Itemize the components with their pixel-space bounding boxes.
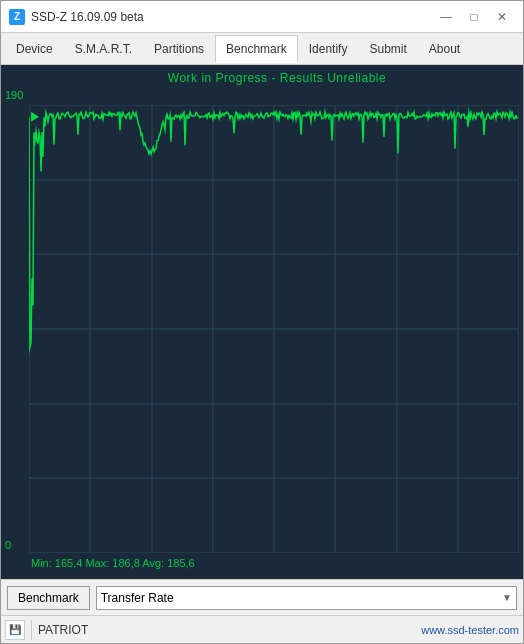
menu-item-identify[interactable]: Identify	[298, 35, 359, 63]
chart-area: Work in Progress - Results Unreliable 19…	[1, 65, 523, 579]
menu-item-partitions[interactable]: Partitions	[143, 35, 215, 63]
chart-content: Work in Progress - Results Unreliable 19…	[1, 65, 523, 579]
titlebar-controls: — □ ✕	[433, 7, 515, 27]
chart-container: 190 0 Min: 165,4 Max: 186,8 Avg: 185,6	[1, 87, 523, 573]
minimize-button[interactable]: —	[433, 7, 459, 27]
close-button[interactable]: ✕	[489, 7, 515, 27]
chart-header: Work in Progress - Results Unreliable	[1, 69, 523, 87]
main-window: Z SSD-Z 16.09.09 beta — □ ✕ Device S.M.A…	[0, 0, 524, 644]
menu-item-benchmark[interactable]: Benchmark	[215, 35, 298, 63]
titlebar: Z SSD-Z 16.09.09 beta — □ ✕	[1, 1, 523, 33]
dropdown-value: Transfer Rate	[101, 591, 174, 605]
statusbar-divider	[31, 620, 32, 640]
menu-item-submit[interactable]: Submit	[358, 35, 417, 63]
drive-name: PATRIOT	[38, 623, 88, 637]
chart-stats: Min: 165,4 Max: 186,8 Avg: 185,6	[31, 557, 195, 569]
benchmark-chart	[29, 105, 519, 553]
menu-item-about[interactable]: About	[418, 35, 471, 63]
benchmark-button[interactable]: Benchmark	[7, 586, 90, 610]
bottom-toolbar: Benchmark Transfer Rate ▼	[1, 579, 523, 615]
y-axis-min: 0	[5, 539, 11, 551]
statusbar: 💾 PATRIOT www.ssd-tester.com	[1, 615, 523, 643]
y-axis-max: 190	[5, 89, 23, 101]
transfer-rate-dropdown[interactable]: Transfer Rate ▼	[96, 586, 517, 610]
drive-icon: 💾	[5, 620, 25, 640]
app-icon: Z	[9, 9, 25, 25]
chevron-down-icon: ▼	[502, 592, 512, 603]
website-url: www.ssd-tester.com	[421, 624, 519, 636]
window-title: SSD-Z 16.09.09 beta	[31, 10, 144, 24]
titlebar-left: Z SSD-Z 16.09.09 beta	[9, 9, 144, 25]
maximize-button[interactable]: □	[461, 7, 487, 27]
menu-item-smart[interactable]: S.M.A.R.T.	[64, 35, 143, 63]
menubar: Device S.M.A.R.T. Partitions Benchmark I…	[1, 33, 523, 65]
menu-item-device[interactable]: Device	[5, 35, 64, 63]
